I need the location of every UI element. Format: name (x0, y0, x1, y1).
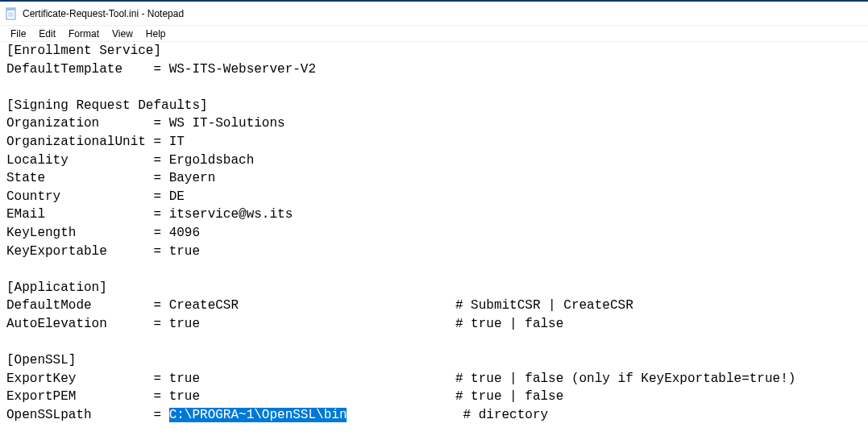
menu-format[interactable]: Format (63, 27, 105, 41)
menu-help[interactable]: Help (140, 27, 172, 41)
editor-area[interactable]: [Enrollment Service] DefaultTemplate = W… (0, 42, 868, 424)
menu-view[interactable]: View (106, 27, 139, 41)
menu-file[interactable]: File (5, 27, 31, 41)
titlebar: Certificate-Request-Tool.ini - Notepad (0, 2, 868, 26)
notepad-icon (5, 7, 18, 20)
editor-text-pre: [Enrollment Service] DefaultTemplate = W… (6, 44, 795, 422)
menu-edit[interactable]: Edit (33, 27, 61, 41)
menubar: File Edit Format View Help (0, 26, 868, 42)
editor-text-selection: C:\PROGRA~1\OpenSSL\bin (169, 408, 347, 422)
editor-text-post: # directory (347, 408, 548, 422)
svg-rect-1 (6, 8, 15, 10)
window-title: Certificate-Request-Tool.ini - Notepad (23, 8, 184, 19)
